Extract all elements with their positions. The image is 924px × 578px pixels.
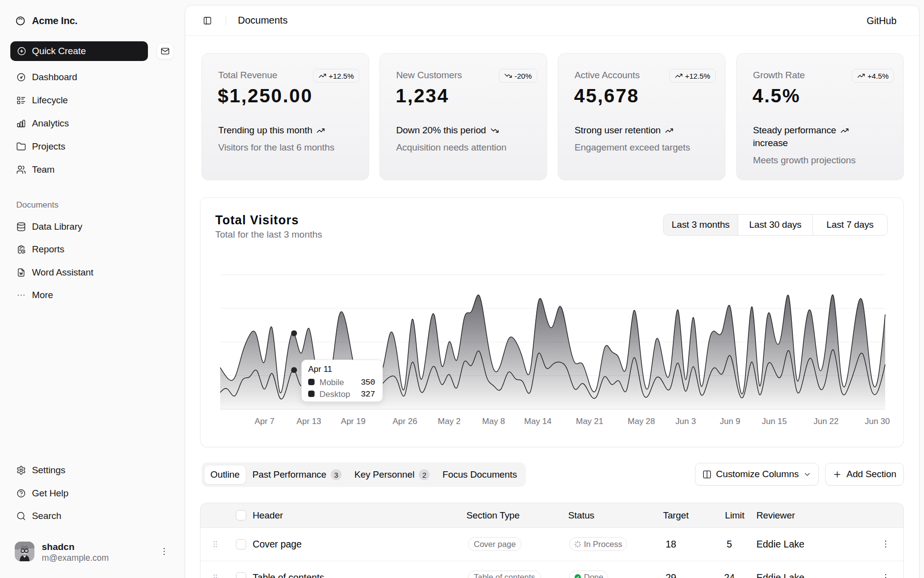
- svg-text:May 8: May 8: [482, 417, 505, 426]
- svg-text:Apr 7: Apr 7: [255, 417, 275, 426]
- svg-text:May 14: May 14: [524, 417, 552, 426]
- svg-text:Apr 26: Apr 26: [393, 417, 417, 426]
- svg-text:Jun 22: Jun 22: [813, 417, 838, 426]
- svg-text:May 21: May 21: [576, 417, 604, 426]
- svg-text:Jun 15: Jun 15: [762, 417, 787, 426]
- svg-text:Jun 3: Jun 3: [675, 417, 696, 426]
- svg-text:Jun 9: Jun 9: [720, 417, 741, 426]
- svg-text:Jun 30: Jun 30: [865, 417, 890, 426]
- svg-text:May 28: May 28: [628, 417, 655, 426]
- svg-text:May 2: May 2: [438, 417, 461, 426]
- svg-text:Apr 13: Apr 13: [296, 417, 321, 426]
- svg-text:Apr 19: Apr 19: [341, 417, 366, 426]
